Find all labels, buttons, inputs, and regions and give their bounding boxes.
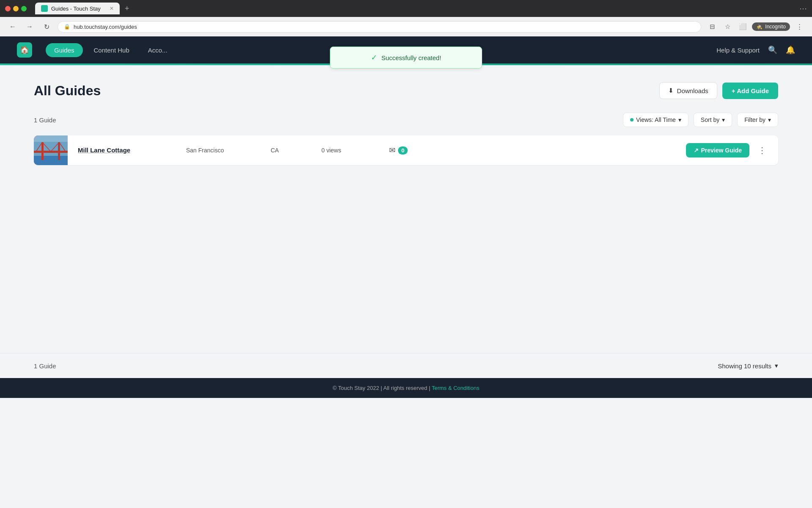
toast-message: Successfully created! <box>381 54 442 61</box>
toast-success-icon: ✓ <box>371 53 377 62</box>
traffic-lights <box>5 6 27 11</box>
url-text: hub.touchstay.com/guides <box>74 24 137 30</box>
preview-guide-label: Preview Guide <box>701 147 742 154</box>
guide-views-cell: 0 views <box>321 147 389 154</box>
copyright-text: © Touch Stay 2022 | All rights reserved … <box>333 385 431 391</box>
browser-chrome: Guides - Touch Stay ✕ + ⋯ ← → ↻ 🔒 hub.to… <box>0 0 812 36</box>
window-controls[interactable]: ⋯ <box>799 4 807 13</box>
svg-rect-1 <box>34 156 68 165</box>
download-icon: ⬇ <box>668 87 674 94</box>
url-bar[interactable]: 🔒 hub.touchstay.com/guides <box>58 21 701 33</box>
secure-icon: 🔒 <box>64 24 70 30</box>
filter-controls: Views: All Time ▾ Sort by ▾ Filter by ▾ <box>623 113 778 127</box>
extensions-icon[interactable]: ⬜ <box>737 21 749 33</box>
navbar-nav: Guides Content Hub Acco... <box>46 43 175 57</box>
content-footer: 1 Guide Showing 10 results ▾ <box>0 353 812 378</box>
tab-favicon-icon <box>41 5 48 12</box>
showing-results-dropdown[interactable]: Showing 10 results ▾ <box>718 362 778 370</box>
filters-row: 1 Guide Views: All Time ▾ Sort by ▾ Filt… <box>34 113 778 127</box>
browser-titlebar: Guides - Touch Stay ✕ + ⋯ <box>0 0 812 17</box>
browser-actions: ⊟ ☆ ⬜ 🕵 Incognito ⋮ <box>706 21 805 33</box>
guide-name-link[interactable]: Mill Lane Cottage <box>78 146 130 154</box>
page-header: All Guides ⬇ Downloads + Add Guide <box>34 82 778 99</box>
incognito-label: Incognito <box>765 24 786 30</box>
bookmark-icon[interactable]: ☆ <box>721 21 733 33</box>
address-bar: ← → ↻ 🔒 hub.touchstay.com/guides ⊟ ☆ ⬜ 🕵… <box>0 17 812 36</box>
cast-icon[interactable]: ⊟ <box>706 21 718 33</box>
footer-guide-count: 1 Guide <box>34 362 56 370</box>
filter-by-button[interactable]: Filter by ▾ <box>737 113 778 127</box>
nav-account[interactable]: Acco... <box>140 43 175 57</box>
views-dot-icon <box>630 118 634 121</box>
incognito-icon: 🕵 <box>756 24 763 30</box>
minimize-window-button[interactable] <box>13 6 19 11</box>
close-window-button[interactable] <box>5 6 11 11</box>
guide-name-cell: Mill Lane Cottage <box>68 146 186 154</box>
toast-container: ✓ Successfully created! <box>330 47 482 69</box>
active-tab[interactable]: Guides - Touch Stay ✕ <box>35 3 120 14</box>
downloads-label: Downloads <box>677 87 708 94</box>
add-guide-button[interactable]: + Add Guide <box>722 83 778 99</box>
filter-by-label: Filter by <box>744 116 765 123</box>
help-support-link[interactable]: Help & Support <box>716 47 760 54</box>
svg-rect-4 <box>34 151 68 153</box>
table-row: Mill Lane Cottage San Francisco CA 0 vie… <box>34 135 778 165</box>
reload-button[interactable]: ↻ <box>41 21 52 33</box>
sort-by-button[interactable]: Sort by ▾ <box>694 113 732 127</box>
guide-actions: ↗ Preview Guide ⋮ <box>686 143 778 157</box>
views-chevron-icon: ▾ <box>678 116 681 123</box>
guide-state-cell: CA <box>271 147 321 154</box>
navbar-right: Help & Support 🔍 🔔 <box>716 45 795 55</box>
views-filter-button[interactable]: Views: All Time ▾ <box>623 113 689 127</box>
terms-link[interactable]: Terms & Conditions <box>432 385 480 391</box>
showing-results-label: Showing 10 results <box>718 362 771 370</box>
page-footer: © Touch Stay 2022 | All rights reserved … <box>0 378 812 398</box>
forward-button[interactable]: → <box>24 21 36 33</box>
guide-count-label: 1 Guide <box>34 116 56 124</box>
incognito-badge: 🕵 Incognito <box>752 22 790 31</box>
external-link-icon: ↗ <box>694 147 699 154</box>
back-button[interactable]: ← <box>7 21 19 33</box>
page-title: All Guides <box>34 83 101 99</box>
preview-guide-button[interactable]: ↗ Preview Guide <box>686 143 749 157</box>
sort-by-label: Sort by <box>701 116 719 123</box>
views-label: Views: All Time <box>636 116 676 123</box>
header-actions: ⬇ Downloads + Add Guide <box>659 82 778 99</box>
tab-title: Guides - Touch Stay <box>51 6 101 12</box>
tab-close-button[interactable]: ✕ <box>110 6 114 11</box>
main-content: All Guides ⬇ Downloads + Add Guide 1 Gui… <box>0 65 812 353</box>
nav-guides[interactable]: Guides <box>46 43 83 57</box>
guide-thumbnail <box>34 135 68 165</box>
downloads-button[interactable]: ⬇ Downloads <box>659 82 717 99</box>
tab-bar: Guides - Touch Stay ✕ + <box>30 3 138 15</box>
menu-icon[interactable]: ⋮ <box>793 21 805 33</box>
message-count-badge: 0 <box>398 146 408 155</box>
app-logo[interactable]: 🏠 <box>17 42 32 58</box>
bell-icon[interactable]: 🔔 <box>786 45 795 55</box>
nav-content-hub[interactable]: Content Hub <box>86 43 137 57</box>
guide-list: Mill Lane Cottage San Francisco CA 0 vie… <box>34 135 778 166</box>
more-options-button[interactable]: ⋮ <box>754 144 770 157</box>
home-icon: 🏠 <box>20 45 29 55</box>
add-guide-label: + Add Guide <box>732 87 769 94</box>
search-icon[interactable]: 🔍 <box>768 45 777 55</box>
maximize-window-button[interactable] <box>21 6 27 11</box>
success-toast: ✓ Successfully created! <box>330 47 482 69</box>
guide-city-cell: San Francisco <box>186 147 271 154</box>
guide-message-cell: ✉ 0 <box>389 146 431 155</box>
showing-results-chevron-icon: ▾ <box>775 362 778 370</box>
message-icon: ✉ <box>389 146 395 155</box>
sort-chevron-icon: ▾ <box>722 116 725 123</box>
svg-rect-9 <box>34 135 68 142</box>
filter-chevron-icon: ▾ <box>768 116 771 123</box>
new-tab-button[interactable]: + <box>121 3 133 15</box>
